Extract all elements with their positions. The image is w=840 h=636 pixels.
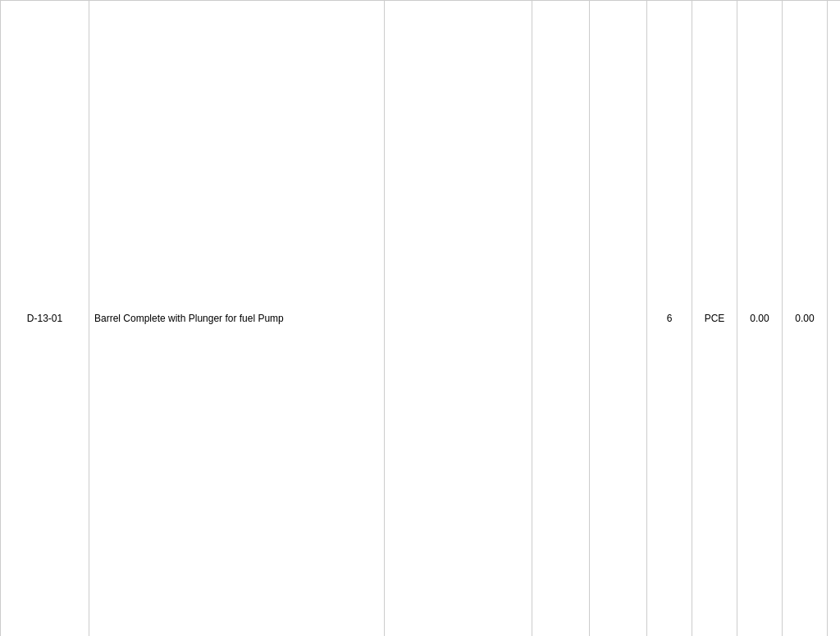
price1: 0.00 bbox=[737, 1, 783, 637]
blank-cell-1 bbox=[385, 1, 532, 637]
price2: 0.00 bbox=[783, 1, 828, 637]
quantity: 6 bbox=[647, 1, 692, 637]
part-description: Barrel Complete with Plunger for fuel Pu… bbox=[89, 1, 385, 637]
unit: PCE bbox=[692, 1, 737, 637]
part-code: D-13-01 bbox=[1, 1, 89, 637]
table-row: D-13-01 Barrel Complete with Plunger for… bbox=[1, 1, 841, 637]
table-wrapper: D-13-01 Barrel Complete with Plunger for… bbox=[0, 0, 840, 636]
remarks: Catalogue MainEngine Model :6S50MC-C :Pa… bbox=[828, 1, 841, 637]
blank-cell-3 bbox=[590, 1, 647, 637]
blank-cell-2 bbox=[532, 1, 590, 637]
main-table: D-13-01 Barrel Complete with Plunger for… bbox=[0, 0, 840, 636]
